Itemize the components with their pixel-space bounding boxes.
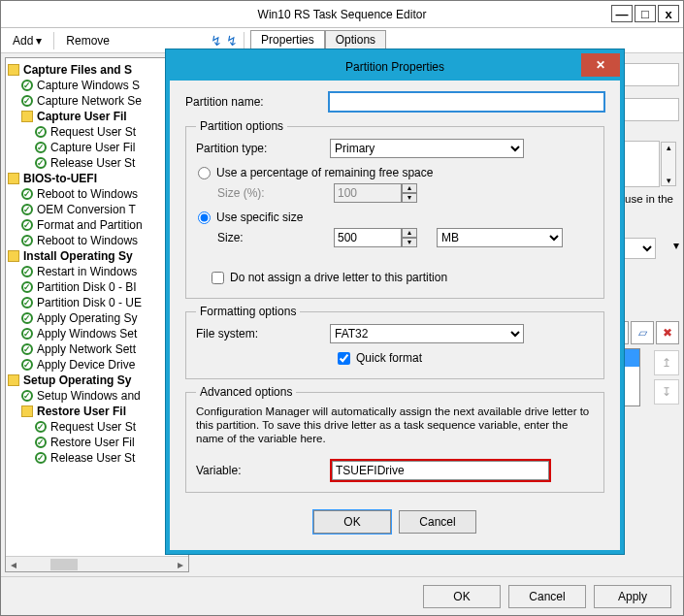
file-system-select[interactable]: FAT32 (330, 324, 524, 343)
check-icon (21, 343, 33, 355)
check-icon (21, 204, 33, 215)
chevron-down-icon: ▾ (36, 34, 42, 48)
tree-item[interactable]: Capture Network Se (37, 94, 142, 108)
variable-input[interactable] (332, 461, 549, 480)
titlebar: Win10 RS Task Sequence Editor — □ x (1, 1, 683, 28)
tree-item[interactable]: Setup Windows and (37, 389, 141, 403)
chevron-down-icon[interactable]: ▾ (673, 239, 679, 252)
formatting-options-legend: Formatting options (196, 305, 300, 318)
ok-button[interactable]: OK (423, 585, 501, 608)
scroll-up-icon[interactable]: ▴ (662, 143, 675, 152)
tree-item[interactable]: Apply Operating Sy (37, 311, 137, 325)
spin-down-icon: ▾ (402, 193, 417, 203)
horizontal-scrollbar[interactable]: ◂ ▸ (6, 556, 188, 571)
size-percent-input (334, 183, 402, 203)
size-percent-label: Size (%): (217, 186, 326, 200)
dialog-titlebar: Partition Properties ✕ (170, 53, 620, 81)
tree-group[interactable]: Capture User Fil (37, 110, 127, 123)
size-unit-select[interactable]: MB (437, 228, 563, 247)
dialog-button-bar: OK Cancel (185, 510, 604, 534)
tree-item[interactable]: Release User St (50, 451, 135, 465)
tree-group[interactable]: Restore User Fil (37, 405, 126, 418)
move-up-icon[interactable]: ↯ (211, 33, 222, 49)
tree-item[interactable]: Restart in Windows (37, 265, 137, 278)
tree-group[interactable]: Setup Operating Sy (23, 373, 131, 387)
variable-label: Variable: (196, 464, 322, 477)
maximize-button[interactable]: □ (635, 5, 656, 22)
check-icon (21, 219, 33, 231)
folder-icon (21, 111, 33, 122)
spin-up-icon: ▴ (402, 183, 417, 193)
partition-options-legend: Partition options (196, 119, 287, 133)
tab-options[interactable]: Options (325, 30, 386, 49)
tree-item[interactable]: Request User St (50, 420, 136, 434)
no-drive-letter-checkbox[interactable] (212, 272, 224, 284)
advanced-options-legend: Advanced options (196, 385, 296, 399)
folder-icon (8, 64, 19, 76)
spin-up-icon[interactable]: ▴ (402, 228, 417, 238)
use-percentage-radio[interactable] (198, 167, 211, 179)
quick-format-checkbox[interactable] (338, 352, 350, 365)
tree-item[interactable]: Request User St (50, 125, 136, 139)
scroll-left-icon[interactable]: ◂ (6, 558, 21, 571)
tree-item[interactable]: Partition Disk 0 - UE (37, 296, 142, 309)
dialog-close-button[interactable]: ✕ (581, 53, 620, 77)
tree-item[interactable]: Capture User Fil (50, 141, 135, 154)
tree-group[interactable]: BIOS-to-UEFI (23, 172, 97, 185)
dialog-cancel-button[interactable]: Cancel (399, 510, 476, 534)
scroll-down-icon[interactable]: ▾ (662, 176, 675, 185)
dialog-title: Partition Properties (345, 60, 444, 74)
move-up-button: ↥ (654, 350, 679, 375)
remove-button[interactable]: Remove (60, 32, 115, 49)
tree-item[interactable]: Apply Network Sett (37, 342, 136, 356)
check-icon (21, 266, 33, 277)
variable-highlight (330, 459, 551, 482)
move-down-icon[interactable]: ↯ (226, 33, 238, 49)
spin-down-icon[interactable]: ▾ (402, 238, 417, 247)
partition-name-input[interactable] (329, 92, 604, 112)
tree-item[interactable]: Apply Windows Set (37, 327, 137, 340)
partition-properties-button[interactable]: ▱ (631, 321, 654, 344)
separator (244, 32, 244, 49)
quick-format-label: Quick format (356, 351, 422, 365)
partition-type-select[interactable]: Primary (330, 139, 524, 158)
use-percentage-label: Use a percentage of remaining free space (216, 166, 433, 179)
main-window: Win10 RS Task Sequence Editor — □ x Add▾… (0, 0, 684, 616)
formatting-options-group: Formatting options File system: FAT32 Qu… (185, 305, 604, 379)
size-spinner[interactable]: ▴▾ (334, 228, 417, 247)
tree-item[interactable]: Capture Windows S (37, 79, 140, 92)
apply-button[interactable]: Apply (594, 585, 671, 608)
check-icon (21, 235, 33, 246)
folder-icon (8, 374, 19, 386)
separator (53, 32, 54, 49)
dialog-ok-button[interactable]: OK (313, 510, 391, 534)
add-menu[interactable]: Add▾ (7, 32, 48, 49)
tree-item[interactable]: Apply Device Drive (37, 358, 135, 372)
partition-options-group: Partition options Partition type: Primar… (185, 119, 604, 299)
delete-partition-button[interactable]: ✖ (656, 321, 679, 344)
tree-item[interactable]: Reboot to Windows (37, 234, 138, 247)
tree-item[interactable]: OEM Conversion T (37, 203, 136, 216)
tree-item[interactable]: Format and Partition (37, 218, 143, 232)
check-icon (35, 421, 47, 433)
tree-pane[interactable]: Capture Files and S Capture Windows S Ca… (5, 57, 189, 572)
minimize-button[interactable]: — (611, 5, 633, 22)
tree-item[interactable]: Partition Disk 0 - BI (37, 280, 137, 294)
scroll-right-icon[interactable]: ▸ (173, 558, 188, 571)
tree-item[interactable]: Reboot to Windows (37, 187, 138, 201)
use-specific-size-radio[interactable] (198, 211, 211, 224)
file-system-label: File system: (196, 327, 322, 340)
use-specific-size-label: Use specific size (216, 211, 303, 224)
check-icon (21, 312, 33, 324)
size-input[interactable] (334, 228, 402, 247)
close-button[interactable]: x (658, 5, 679, 22)
tree-item[interactable]: Restore User Fil (50, 436, 135, 449)
advanced-description: Configuration Manager will automatically… (196, 405, 594, 445)
partition-properties-dialog: Partition Properties ✕ Partition name: P… (166, 49, 624, 554)
scroll-thumb[interactable] (50, 559, 78, 570)
cancel-button[interactable]: Cancel (508, 585, 586, 608)
tab-properties[interactable]: Properties (250, 30, 325, 49)
tree-item[interactable]: Release User St (50, 156, 135, 170)
tree-group[interactable]: Install Operating Sy (23, 249, 133, 263)
tree-group[interactable]: Capture Files and S (23, 63, 132, 77)
